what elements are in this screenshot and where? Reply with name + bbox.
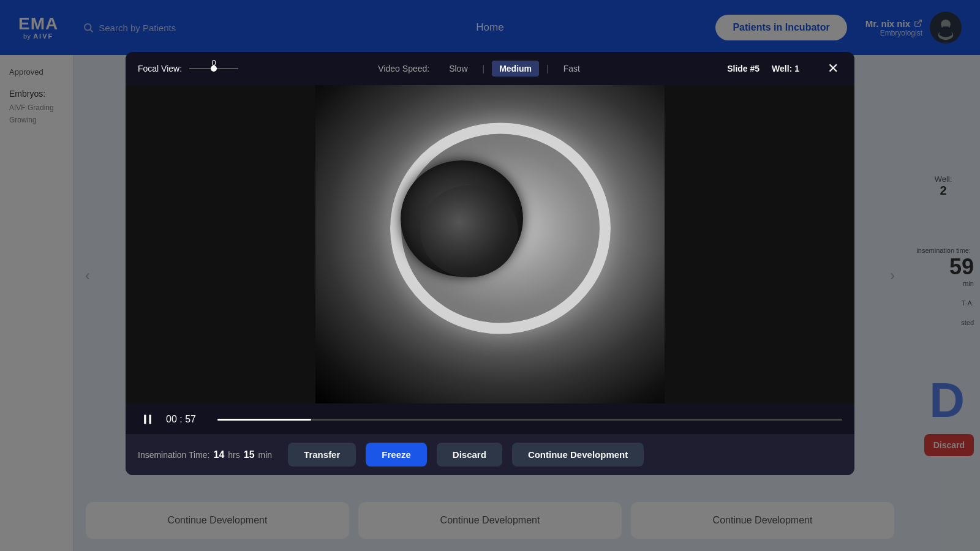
freeze-button[interactable]: Freeze (366, 443, 427, 467)
video-speed-control: Video Speed: Slow | Medium | Fast (378, 61, 587, 77)
speed-medium-option[interactable]: Medium (492, 61, 539, 77)
continue-development-button[interactable]: Continue Development (512, 443, 644, 467)
svg-rect-7 (149, 415, 151, 424)
insemination-info: Insemination Time: 14 hrs 15 min (138, 449, 272, 460)
focal-view-control[interactable]: Focal View: 0 (138, 64, 238, 73)
embryo-texture (420, 186, 518, 277)
embryo-modal: Focal View: 0 Video Speed: Slow | Medium… (126, 52, 854, 475)
embryo-display (315, 85, 665, 403)
insem-label: Insemination Time: (138, 450, 210, 460)
focal-slider[interactable]: 0 (189, 68, 238, 69)
modal-overlay: Focal View: 0 Video Speed: Slow | Medium… (0, 0, 980, 551)
playback-bar: 00 : 57 (126, 403, 854, 434)
insem-minutes: 15 (244, 449, 255, 460)
transfer-button[interactable]: Transfer (288, 443, 356, 467)
insem-hours: 14 (214, 449, 225, 460)
speed-fast-option[interactable]: Fast (556, 61, 587, 77)
slide-number: Slide #5 (727, 64, 760, 73)
action-bar: Insemination Time: 14 hrs 15 min Transfe… (126, 434, 854, 475)
progress-track[interactable] (217, 419, 842, 421)
slide-info: Slide #5 Well: 1 (727, 64, 799, 73)
discard-button[interactable]: Discard (437, 443, 502, 467)
focal-knob[interactable] (211, 66, 217, 72)
video-speed-label: Video Speed: (378, 64, 429, 73)
modal-close-button[interactable]: ✕ (824, 59, 842, 78)
progress-fill (217, 419, 311, 421)
modal-header: Focal View: 0 Video Speed: Slow | Medium… (126, 52, 854, 85)
well-info: Well: 1 (772, 64, 799, 73)
time-display: 00 : 57 (166, 414, 209, 425)
focal-view-label: Focal View: (138, 64, 182, 73)
speed-slow-option[interactable]: Slow (442, 61, 475, 77)
play-pause-button[interactable] (138, 410, 157, 429)
svg-rect-6 (144, 415, 146, 424)
video-container (126, 85, 854, 403)
pause-icon (141, 413, 154, 425)
